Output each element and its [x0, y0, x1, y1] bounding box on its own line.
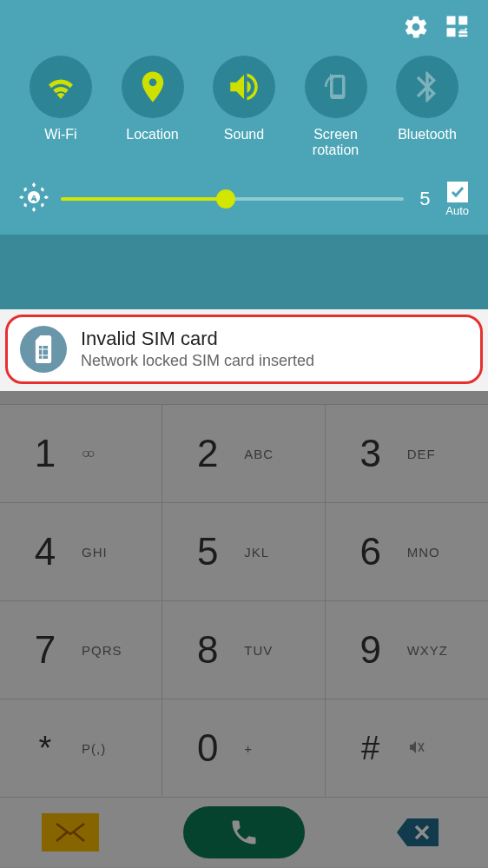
notification-shade: Wi-Fi Location Sound Screen rotation	[0, 0, 488, 391]
svg-rect-1	[447, 17, 456, 25]
checkbox-icon	[447, 182, 468, 202]
rotation-icon	[318, 69, 354, 105]
brightness-auto-icon: A	[19, 182, 49, 215]
toggle-rotation[interactable]: Screen rotation	[293, 56, 379, 159]
svg-rect-2	[458, 17, 467, 25]
grid-user-icon[interactable]	[445, 14, 471, 43]
svg-rect-7	[38, 345, 48, 359]
toggle-location-label: Location	[126, 127, 179, 142]
sim-card-icon	[31, 335, 56, 363]
wifi-icon	[43, 69, 79, 105]
notification-title: Invalid SIM card	[81, 328, 314, 350]
svg-rect-3	[447, 28, 456, 36]
toggle-bluetooth-label: Bluetooth	[398, 127, 457, 142]
location-icon	[135, 69, 171, 105]
notification-body: Network locked SIM card inserted	[81, 352, 314, 370]
toggle-location[interactable]: Location	[109, 56, 196, 159]
toggle-sound[interactable]: Sound	[201, 56, 287, 159]
brightness-auto-toggle[interactable]: Auto	[445, 182, 469, 217]
toggle-wifi[interactable]: Wi-Fi	[17, 56, 104, 159]
slider-thumb[interactable]	[216, 189, 235, 209]
brightness-row: A 5 Auto	[12, 162, 476, 222]
sound-icon	[226, 69, 262, 105]
toggle-sound-label: Sound	[224, 127, 264, 142]
toggle-rotation-label: Screen rotation	[313, 127, 359, 159]
brightness-auto-label: Auto	[445, 204, 469, 217]
svg-text:A: A	[30, 194, 36, 203]
quick-settings-panel: Wi-Fi Location Sound Screen rotation	[0, 0, 488, 235]
toggle-wifi-label: Wi-Fi	[44, 127, 76, 142]
gear-icon[interactable]	[403, 14, 429, 43]
notification-invalid-sim[interactable]: Invalid SIM card Network locked SIM card…	[5, 315, 483, 384]
bluetooth-icon	[409, 69, 445, 105]
svg-marker-5	[458, 34, 461, 37]
shade-handle-area[interactable]	[0, 235, 488, 309]
brightness-value: 5	[416, 188, 433, 210]
toggle-bluetooth[interactable]: Bluetooth	[384, 56, 471, 159]
brightness-slider[interactable]	[61, 197, 404, 201]
